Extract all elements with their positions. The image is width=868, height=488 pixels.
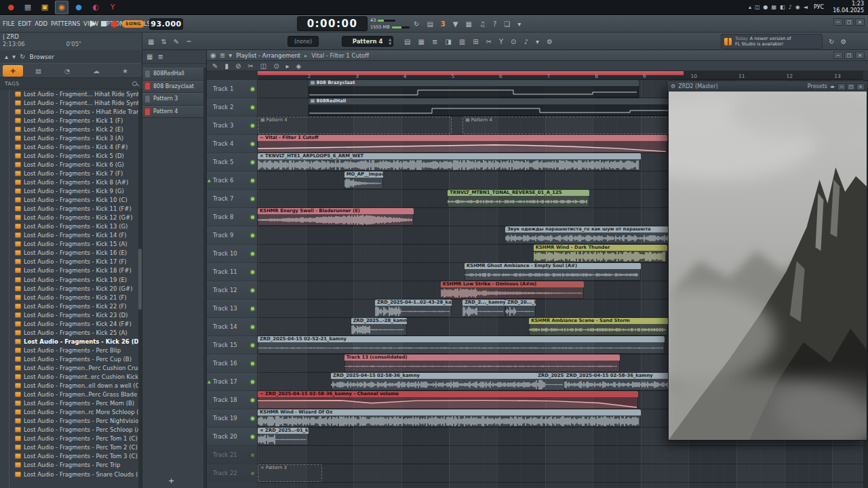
search-icon[interactable] [132, 81, 137, 86]
tray-grid-icon[interactable]: ▦ [772, 4, 777, 10]
clip-item[interactable]: Звук одежды парашютиста_го как шум от па… [505, 226, 685, 244]
recent-tab-icon[interactable]: ◔ [54, 65, 81, 77]
track-header-13[interactable]: Track 13 [207, 300, 258, 318]
clip-kshmr-wind-wizard-of-oz[interactable]: KSHMR Wind - Wizard Of Oz [258, 409, 641, 427]
track-enable-led[interactable] [251, 142, 254, 146]
browser-item[interactable]: Lost Audio - Fragments - Kick 21 (F) [0, 293, 142, 302]
browser-scrollbar[interactable] [138, 89, 142, 488]
tray-expand-icon[interactable]: ▴ [749, 4, 751, 10]
track-enable-led[interactable] [251, 106, 254, 109]
stop-button[interactable] [101, 21, 106, 26]
pattern-selector[interactable]: Pattern 4 ▲▼ [342, 36, 393, 47]
clip-zrd-2025-04-15-02-58-36-kamny[interactable]: ZRD_2025-04-15 02-58-36_kamny [564, 373, 684, 390]
more-icon[interactable]: ▾ [536, 38, 539, 45]
tags-button[interactable]: TAGS [5, 81, 20, 87]
clip-tknvlt-hte1-arploops-6-arm-wet[interactable]: × TKNVLT_HTE1_ARPLOOPS_6_ARM_WET [258, 153, 641, 171]
add-icon[interactable]: ⊞ [473, 38, 478, 45]
piano-roll-icon[interactable]: ▦ [418, 38, 424, 45]
wave-icon[interactable]: ~ [186, 38, 191, 45]
minimize-button[interactable]: − [833, 18, 843, 26]
clip-tknvlt-mtbn1-tonal-reverse-01-a-125[interactable]: TKNVLT_MTBN1_TONAL_REVERSE_01_A_125 [448, 190, 589, 207]
update-notification[interactable]: TodayA newer version of FL Studio is ava… [721, 34, 823, 49]
track-enable-led[interactable] [251, 216, 254, 219]
slice-icon[interactable]: ✂ [486, 38, 492, 45]
file-explorer-icon[interactable]: ▣ [38, 1, 52, 14]
clip-kshmr-ambiance-scene-sand-storm[interactable]: KSHMR Ambiance Scene - Sand Storm [529, 318, 668, 336]
pattern-spinner[interactable]: ▲▼ [389, 37, 391, 45]
track-header-11[interactable]: Track 11 [207, 263, 258, 281]
browser-item[interactable]: Lost Audio - Fragments - Kick 14 (F) [0, 231, 142, 240]
browser-item[interactable]: Lost Audio - Fragment... Hihat Ride Synt… [0, 98, 142, 107]
clip-zrd-2025-28-kamny[interactable]: ZRD_2025..-28_kamny [351, 318, 407, 336]
cloud-tab-icon[interactable]: ☁ [83, 65, 111, 77]
track-header-15[interactable]: Track 15 [207, 336, 258, 354]
track-header-23[interactable]: Track 23 [207, 483, 258, 488]
tray-gpu-icon[interactable]: ◧ [780, 4, 785, 10]
track-enable-led[interactable] [251, 325, 254, 329]
track-enable-led[interactable] [251, 234, 254, 237]
clip-zrd-2025-04-15-02-58-36-kamny[interactable]: ZRD_2025-04-15 02-58-36_kamny [331, 373, 537, 390]
browser-item[interactable]: Lost Audio - Fragments - Perc Tom 3 (C) [0, 452, 142, 461]
browser-item[interactable]: Lost Audio - Fragments - Kick 9 (G) [0, 187, 142, 196]
track-header-14[interactable]: Track 14 [207, 318, 258, 336]
browser-item[interactable]: Lost Audio - Fragments - Kick 10 (C) [0, 196, 142, 205]
draw-tool-icon[interactable]: ✎ [212, 62, 218, 70]
clip-mo-ap-impact[interactable]: MO_AP__impact [344, 171, 383, 189]
track-enable-led[interactable] [251, 472, 254, 475]
plugin-icon[interactable]: ▥ [459, 38, 465, 45]
track-header-1[interactable]: Track 1 [207, 80, 258, 98]
snap-icon[interactable]: ◈ [296, 62, 302, 70]
browser-item[interactable]: Lost Audio - Fragments - Kick 3 (A) [0, 134, 142, 142]
yandex-browser-icon[interactable]: Y [106, 1, 119, 14]
menu-patterns[interactable]: PATTERNS [51, 20, 80, 27]
record-button[interactable] [111, 21, 117, 27]
menu-icon[interactable]: ≣ [220, 52, 225, 59]
pattern-grid-icon[interactable]: ▦ [146, 53, 153, 60]
channel-rack-icon[interactable]: ▦ [148, 38, 154, 45]
pattern-item-pattern-4[interactable]: Pattern 4 [142, 106, 203, 119]
pattern-mode-icon[interactable]: ▤ [427, 20, 433, 28]
blue-browser-icon[interactable]: ● [72, 1, 85, 14]
browser-item[interactable]: Lost Audio - Fragmen..ell down a well (C… [0, 382, 142, 390]
presets-label[interactable]: Presets [808, 83, 827, 89]
clip-kshmr-low-strike-ominous-a-m[interactable]: KSHMR Low Strike - Ominous (A#m) [441, 281, 585, 299]
clip-pattern-3[interactable]: × Pattern 3 [258, 464, 322, 482]
add-pattern-button[interactable]: + [168, 476, 174, 485]
browser-item[interactable]: Lost Audio - Fragments - Kick 12 (G#) [0, 214, 142, 222]
pattern-item-808redhall[interactable]: 808RedHall [142, 68, 203, 81]
pattern-scrollbar[interactable] [203, 68, 206, 488]
clip-pattern-4[interactable]: ▤ Pattern 4 [462, 117, 683, 134]
marker-selector[interactable]: (none) [288, 36, 319, 47]
track-enable-led[interactable] [251, 307, 254, 310]
edit-icon[interactable]: ✎ [174, 38, 179, 45]
favorites-tab-icon[interactable]: ★ [111, 65, 139, 77]
expand-icon[interactable]: ▾ [12, 53, 16, 60]
play-button[interactable] [90, 20, 96, 27]
track-header-5[interactable]: Track 5 [207, 153, 258, 171]
system-clock[interactable]: 1:23 16.04.2025 [833, 1, 864, 14]
track-header-16[interactable]: Track 16 [207, 354, 258, 373]
track-header-8[interactable]: Track 8 [207, 208, 258, 226]
browser-item[interactable]: Lost Audio - Fragments - Perc Tom 2 (C) [0, 443, 142, 452]
track-header-12[interactable]: Track 12 [207, 281, 258, 300]
browser-item[interactable]: Lost Audio - Fragmen..rc More Schloop (D… [0, 408, 142, 417]
clip-zrd-2025-04[interactable]: ZRD_2025-04 [536, 373, 564, 390]
dark-app-icon[interactable]: ▦ [21, 1, 35, 14]
browser-item[interactable]: Lost Audio - Fragments - Perc Blip [0, 346, 142, 354]
browser-item[interactable]: Lost Audio - Fragments - Snare Clouds (G… [0, 470, 142, 479]
collapse-icon[interactable]: ▴ [5, 53, 8, 60]
pattern-item-808-brazyclaat[interactable]: 808 Brazyclaat [142, 81, 203, 94]
tempo-display[interactable]: 93.000 [149, 18, 183, 30]
swap-icon[interactable]: ⇅ [161, 38, 166, 45]
track-enable-led[interactable] [251, 197, 254, 201]
clip-808redhall[interactable]: ▤ 808RedHall [309, 98, 682, 116]
clip-zrd-2025-04-15-02-52-21-kamny[interactable]: ZRD_2025-04-15 02-52-21_kamny [258, 336, 665, 354]
browser-item[interactable]: Lost Audio - Fragments - Perc Cup (B) [0, 354, 142, 363]
clip-vital-filter-1-cutoff[interactable]: ~ Vital - Filter 1 Cutoff [258, 135, 667, 152]
browser-item[interactable]: Lost Audio - Fragments - Perc Mom (B) [0, 399, 142, 408]
playlist-title[interactable]: Playlist - Arrangement [236, 52, 300, 59]
delete-tool-icon[interactable]: ⊘ [235, 62, 241, 70]
detach-icon[interactable]: ◉ [210, 52, 216, 59]
zoom-tool-icon[interactable]: ⊙ [273, 62, 279, 70]
browser-item[interactable]: Lost Audio - Fragments - Kick 26 (D#) [0, 337, 142, 346]
